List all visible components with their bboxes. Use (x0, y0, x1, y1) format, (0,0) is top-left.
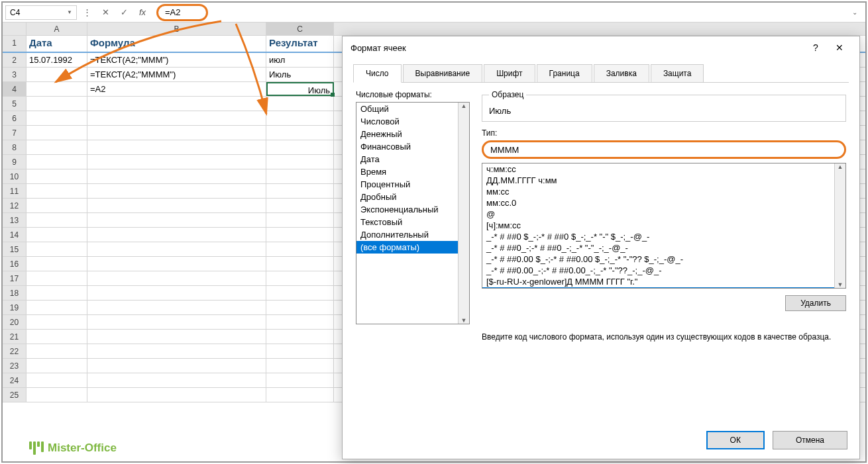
cell[interactable] (27, 373, 87, 387)
cell[interactable] (87, 271, 266, 285)
format-item[interactable]: мм:сс (482, 186, 834, 197)
row-header[interactable]: 7 (3, 126, 27, 140)
cell[interactable] (87, 315, 266, 329)
cell[interactable] (87, 97, 266, 111)
tab-protection[interactable]: Защита (651, 64, 704, 83)
cell[interactable] (27, 199, 87, 212)
row-header[interactable]: 10 (3, 169, 27, 183)
cell[interactable] (27, 242, 87, 256)
format-item-selected[interactable]: ММММ (482, 287, 834, 288)
cell-A2[interactable]: 15.07.1992 (27, 53, 87, 67)
cell[interactable] (266, 169, 334, 183)
row-header[interactable]: 13 (3, 213, 27, 227)
cell[interactable] (27, 257, 87, 271)
row-header-2[interactable]: 2 (3, 53, 27, 67)
row-header[interactable]: 24 (3, 373, 27, 387)
cell[interactable] (27, 213, 87, 227)
cell[interactable] (266, 228, 334, 242)
cancel-formula-icon[interactable]: ✕ (97, 5, 114, 20)
cell[interactable] (266, 388, 334, 402)
tab-fill[interactable]: Заливка (594, 64, 649, 83)
cell[interactable] (27, 315, 87, 329)
cell[interactable] (266, 301, 334, 314)
category-item[interactable]: Текстовый (356, 216, 458, 228)
category-item-selected[interactable]: (все форматы) (356, 241, 458, 254)
cell[interactable] (27, 359, 87, 373)
cell[interactable] (266, 315, 334, 329)
row-header[interactable]: 11 (3, 184, 27, 198)
category-item[interactable]: Время (356, 165, 458, 178)
cell[interactable] (87, 330, 266, 344)
cell[interactable] (266, 286, 334, 300)
row-header[interactable]: 23 (3, 359, 27, 373)
ok-button[interactable]: ОК (706, 431, 765, 449)
cell[interactable] (87, 373, 266, 387)
cell[interactable] (87, 359, 266, 373)
category-item[interactable]: Общий (356, 103, 458, 115)
format-item[interactable]: [ч]:мм:сс (482, 220, 834, 231)
cell[interactable] (87, 140, 266, 154)
format-list[interactable]: ч:мм:сс ДД.ММ.ГГГГ ч:мм мм:сс мм:сс.0 @ … (482, 163, 846, 289)
formula-input[interactable]: =A2 (156, 4, 208, 21)
cell-A1[interactable]: Дата (27, 36, 87, 52)
cell[interactable] (27, 228, 87, 242)
cell[interactable] (27, 155, 87, 169)
name-box[interactable]: C4 ▼ (5, 5, 77, 20)
format-item[interactable]: _-* # ##0_-;-* # ##0_-;_-* "-"_-;_-@_- (482, 242, 834, 254)
scrollbar[interactable]: ▲▼ (458, 103, 469, 324)
format-item[interactable]: ДД.ММ.ГГГГ ч:мм (482, 175, 834, 186)
tab-alignment[interactable]: Выравнивание (403, 64, 483, 83)
format-item[interactable]: ч:мм:сс (482, 163, 834, 175)
row-header[interactable]: 22 (3, 344, 27, 358)
row-header[interactable]: 8 (3, 140, 27, 154)
format-item[interactable]: _-* # ##0 $_-;-* # ##0 $_-;_-* "-" $_-;_… (482, 231, 834, 242)
cell[interactable] (266, 373, 334, 387)
format-item[interactable]: мм:сс.0 (482, 197, 834, 209)
cell[interactable] (87, 155, 266, 169)
cell[interactable] (87, 242, 266, 256)
cancel-button[interactable]: Отмена (773, 431, 847, 449)
row-header[interactable]: 5 (3, 97, 27, 111)
category-item[interactable]: Числовой (356, 115, 458, 128)
cell-C3[interactable]: Июль (266, 68, 334, 81)
cell[interactable] (266, 359, 334, 373)
row-header[interactable]: 15 (3, 242, 27, 256)
col-header-C[interactable]: C (266, 23, 334, 35)
cell[interactable] (27, 126, 87, 140)
row-header-3[interactable]: 3 (3, 68, 27, 81)
category-item[interactable]: Дробный (356, 191, 458, 203)
cell[interactable] (27, 97, 87, 111)
row-header[interactable]: 14 (3, 228, 27, 242)
cell[interactable] (266, 199, 334, 212)
category-item[interactable]: Денежный (356, 128, 458, 140)
accept-formula-icon[interactable]: ✓ (115, 5, 133, 20)
cell[interactable] (27, 344, 87, 358)
cell[interactable] (266, 257, 334, 271)
cell[interactable] (87, 301, 266, 314)
format-item[interactable]: [$-ru-RU-x-genlower]Д ММММ ГГГГ "г." (482, 276, 834, 287)
close-icon[interactable]: ✕ (828, 42, 851, 53)
cell[interactable] (27, 140, 87, 154)
row-header[interactable]: 12 (3, 199, 27, 212)
cell[interactable] (87, 169, 266, 183)
cell-A3[interactable] (27, 68, 87, 81)
fx-icon[interactable]: fx (134, 5, 151, 20)
scrollbar[interactable]: ▲▼ (834, 163, 845, 288)
cell[interactable] (27, 286, 87, 300)
row-header[interactable]: 25 (3, 388, 27, 402)
cell[interactable] (87, 286, 266, 300)
row-header[interactable]: 19 (3, 301, 27, 314)
format-item[interactable]: @ (482, 209, 834, 220)
cell[interactable] (266, 184, 334, 198)
tab-border[interactable]: Граница (537, 64, 592, 83)
row-header[interactable]: 21 (3, 330, 27, 344)
help-icon[interactable]: ? (804, 42, 828, 53)
row-header[interactable]: 6 (3, 111, 27, 125)
row-header-4[interactable]: 4 (3, 82, 27, 96)
col-header-A[interactable]: A (27, 23, 87, 35)
cell-B3[interactable]: =ТЕКСТ(A2;"ММММ") (87, 68, 266, 81)
cell[interactable] (87, 126, 266, 140)
row-header[interactable]: 16 (3, 257, 27, 271)
format-item[interactable]: _-* # ##0.00_-;-* # ##0.00_-;_-* "-"??_-… (482, 265, 834, 276)
cell[interactable] (87, 228, 266, 242)
